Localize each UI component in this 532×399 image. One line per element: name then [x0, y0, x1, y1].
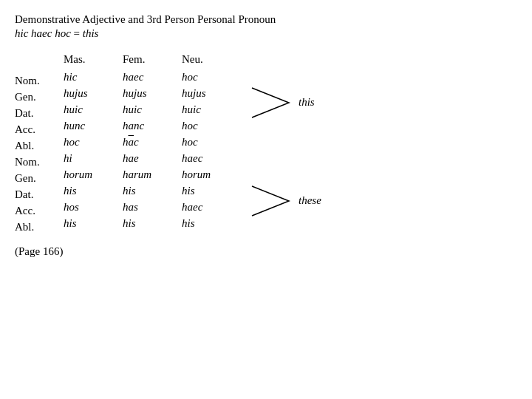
- form-cell: hujus: [64, 85, 123, 101]
- forms-column: hichujushuichunchochihorumhishoshis: [64, 69, 123, 231]
- case-label: Gen.: [15, 170, 43, 186]
- case-label: Dat.: [15, 105, 43, 121]
- form-cell: his: [182, 215, 241, 231]
- case-label: Acc.: [15, 202, 43, 219]
- form-cell: hoc: [182, 117, 241, 134]
- form-cell: his: [182, 183, 241, 199]
- page-container: Demonstrative Adjective and 3rd Person P…: [15, 13, 517, 258]
- case-label: Gen.: [15, 89, 43, 105]
- case-label: Abl.: [15, 219, 43, 235]
- form-cell: horum: [64, 166, 123, 183]
- form-cell: huic: [123, 101, 182, 117]
- case-label: Acc.: [15, 121, 43, 137]
- arrows-section: this these: [241, 53, 321, 235]
- form-cell: haec: [182, 199, 241, 215]
- main-table: Nom.Gen.Dat.Acc.Abl.Nom.Gen.Dat.Acc.Abl.…: [15, 53, 517, 235]
- subtitle-eq: =: [71, 27, 83, 39]
- subtitle-italic: hic haec hoc: [15, 27, 71, 39]
- form-cell: haec: [182, 150, 241, 166]
- arrow-these-icon: [248, 179, 293, 223]
- page-title: Demonstrative Adjective and 3rd Person P…: [15, 13, 517, 26]
- arrow-this-label: this: [299, 96, 315, 109]
- forms-header-row: Mas.Fem.Neu.: [64, 53, 241, 66]
- form-cell: his: [64, 183, 123, 199]
- arrow-these-label: these: [299, 194, 321, 207]
- case-label: Nom.: [15, 72, 43, 89]
- case-label: Nom.: [15, 154, 43, 170]
- form-cell: hoc: [64, 134, 123, 150]
- form-cell: his: [64, 215, 123, 231]
- form-cell: hujus: [182, 85, 241, 101]
- form-cell: hoc: [182, 134, 241, 150]
- form-cell: hujus: [123, 85, 182, 101]
- column-header: Fem.: [123, 53, 182, 66]
- case-label: Dat.: [15, 186, 43, 202]
- form-cell: hos: [64, 199, 123, 215]
- case-label: Abl.: [15, 137, 43, 154]
- form-cell: hic: [64, 69, 123, 85]
- form-cell: his: [123, 183, 182, 199]
- cases-column: Nom.Gen.Dat.Acc.Abl.Nom.Gen.Dat.Acc.Abl.: [15, 53, 43, 235]
- form-cell: huic: [64, 101, 123, 117]
- page-footer: (Page 166): [15, 245, 517, 258]
- form-cell: haec: [123, 69, 182, 85]
- subtitle-this: this: [83, 27, 99, 39]
- column-header: Mas.: [64, 53, 123, 66]
- arrow-this-icon: [248, 81, 293, 125]
- forms-column: hochujushuichochochaechorumhishaechis: [182, 69, 241, 231]
- form-cell: hae: [123, 150, 182, 166]
- form-cell: hac: [123, 134, 182, 150]
- form-cell: has: [123, 199, 182, 215]
- arrow-group-this: this: [248, 81, 321, 125]
- form-cell: huic: [182, 101, 241, 117]
- form-cell: harum: [123, 166, 182, 183]
- form-cell: hunc: [64, 117, 123, 134]
- form-cell: his: [123, 215, 182, 231]
- form-cell: horum: [182, 166, 241, 183]
- form-cell: hanc: [123, 117, 182, 134]
- arrow-group-these: these: [248, 179, 321, 223]
- form-cell: hi: [64, 150, 123, 166]
- form-cell: hoc: [182, 69, 241, 85]
- forms-column: haechujushuichanchachaeharumhishashis: [123, 69, 182, 231]
- forms-rows: hichujushuichunchochihorumhishoshishaech…: [64, 69, 241, 231]
- column-header: Neu.: [182, 53, 241, 66]
- page-subtitle: hic haec hoc = this: [15, 27, 517, 40]
- forms-section: Mas.Fem.Neu. hichujushuichunchochihorumh…: [64, 53, 241, 235]
